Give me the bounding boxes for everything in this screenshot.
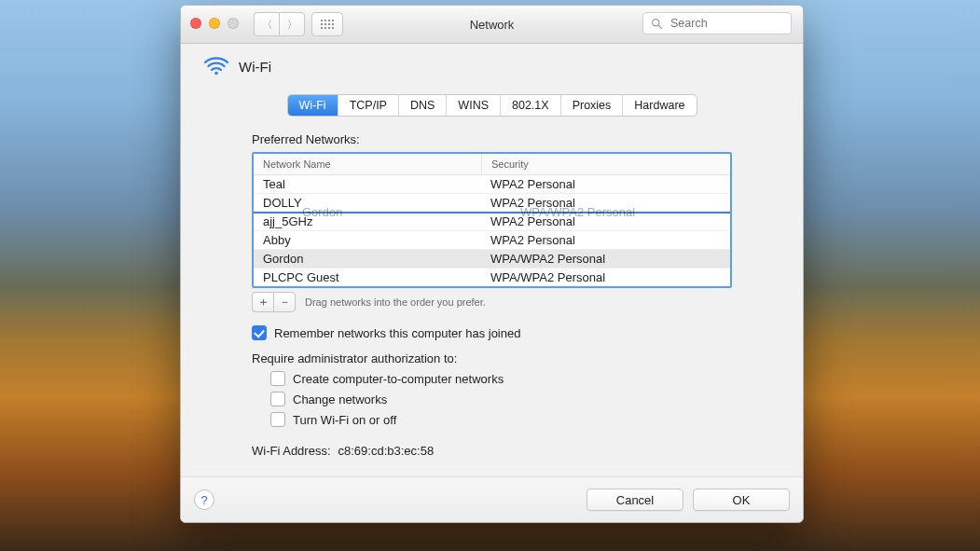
network-row[interactable]: DOLLYWPA2 Personal: [254, 194, 730, 213]
search-input[interactable]: [669, 16, 783, 31]
titlebar: 〈 〉 Network: [181, 6, 803, 44]
admin-toggle-wifi-label: Turn Wi-Fi on or off: [293, 413, 396, 427]
tab-tcpip[interactable]: TCP/IP: [338, 95, 399, 116]
admin-toggle-wifi-checkbox[interactable]: [270, 412, 285, 427]
admin-create-adhoc-label: Create computer-to-computer networks: [293, 372, 504, 386]
wifi-address-value: c8:69:cd:b3:ec:58: [338, 444, 435, 458]
reorder-hint: Drag networks into the order you prefer.: [305, 296, 486, 308]
tab-wifi[interactable]: Wi-Fi: [288, 95, 338, 116]
forward-button[interactable]: 〉: [279, 12, 305, 36]
tab-8021x[interactable]: 802.1X: [501, 95, 561, 116]
network-row[interactable]: AbbyWPA2 Personal: [254, 231, 730, 250]
ok-button[interactable]: OK: [693, 489, 790, 511]
column-security[interactable]: Security: [482, 154, 730, 174]
tab-dns[interactable]: DNS: [399, 95, 447, 116]
tab-proxies[interactable]: Proxies: [561, 95, 624, 116]
tab-wins[interactable]: WINS: [447, 95, 501, 116]
zoom-window-button[interactable]: [228, 18, 239, 29]
admin-change-networks-label: Change networks: [293, 393, 387, 406]
remember-networks-checkbox[interactable]: [252, 325, 267, 340]
network-row[interactable]: PLCPC GuestWPA/WPA2 Personal: [254, 269, 730, 286]
admin-change-networks-checkbox[interactable]: [270, 392, 285, 406]
grid-icon: [321, 20, 334, 29]
remove-network-button[interactable]: －: [273, 292, 296, 312]
network-row[interactable]: ajj_5GHzWPA2 Personal: [254, 213, 730, 231]
column-network-name[interactable]: Network Name: [254, 154, 482, 174]
preferred-networks-table[interactable]: Network Name Security TealWPA2 Personal …: [252, 152, 732, 288]
back-button[interactable]: 〈: [254, 12, 279, 36]
table-header: Network Name Security: [254, 154, 730, 175]
preferred-networks-label: Preferred Networks:: [252, 132, 732, 146]
nav-buttons: 〈 〉: [254, 12, 305, 36]
tab-bar: Wi-Fi TCP/IP DNS WINS 802.1X Proxies Har…: [288, 95, 697, 116]
remember-networks-label: Remember networks this computer has join…: [274, 326, 520, 340]
tab-hardware[interactable]: Hardware: [623, 95, 696, 116]
require-admin-label: Require administrator authorization to:: [252, 351, 732, 365]
search-field[interactable]: [642, 12, 792, 34]
wifi-address-label: Wi-Fi Address:: [252, 444, 331, 458]
show-all-button[interactable]: [311, 12, 343, 36]
svg-line-1: [658, 25, 661, 28]
search-icon: [651, 18, 663, 30]
close-window-button[interactable]: [190, 18, 201, 29]
svg-point-2: [214, 72, 218, 76]
admin-create-adhoc-checkbox[interactable]: [270, 371, 285, 386]
cancel-button[interactable]: Cancel: [587, 489, 683, 511]
network-row[interactable]: GordonWPA/WPA2 Personal: [254, 250, 730, 269]
add-network-button[interactable]: ＋: [252, 292, 273, 312]
window-controls: [190, 18, 239, 29]
svg-point-0: [653, 19, 659, 25]
wifi-icon: [203, 56, 229, 76]
network-row[interactable]: TealWPA2 Personal: [254, 175, 730, 194]
preferences-window: 〈 〉 Network Wi-Fi: [180, 5, 804, 523]
chevron-right-icon: 〉: [287, 18, 297, 32]
panel-title: Wi-Fi: [239, 59, 271, 75]
minimize-window-button[interactable]: [209, 18, 220, 29]
chevron-left-icon: 〈: [262, 18, 272, 32]
help-button[interactable]: ?: [194, 489, 214, 510]
